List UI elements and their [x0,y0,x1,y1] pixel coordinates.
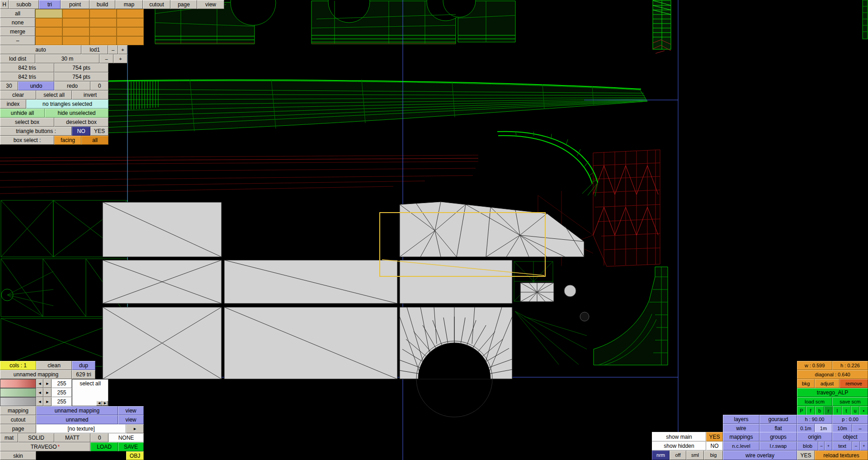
subobj-grid-cell[interactable] [117,36,144,45]
subobj-none-button[interactable]: none [0,18,35,27]
list-left-button[interactable]: ◄ [96,401,102,406]
mat-matt-button[interactable]: MATT [54,433,90,442]
view-top-button[interactable]: t [842,406,851,415]
subobj-grid-cell[interactable] [117,18,144,27]
nrm-big-button[interactable]: big [704,451,723,460]
show-hidden-label[interactable]: show hidden [652,441,706,451]
origin-button[interactable]: origin [797,432,832,441]
subobj-grid-cell[interactable] [62,18,90,27]
lod-dist-minus-button[interactable]: – [99,54,113,63]
subobj-grid-cell[interactable] [117,9,144,18]
view-back-button[interactable]: b [815,406,824,415]
groups-button[interactable]: groups [760,432,797,441]
subobj-grid-cell[interactable] [35,9,62,18]
object-button[interactable]: object [832,432,868,441]
flat-button[interactable]: flat [760,424,797,433]
reload-textures-button[interactable]: reload textures [815,451,868,460]
bkg-remove-button[interactable]: remove [840,379,868,388]
show-hidden-toggle[interactable]: NO [706,441,723,451]
view-dot-button[interactable]: • [859,406,868,415]
menu-point-tab[interactable]: point [61,0,90,9]
page-next-button[interactable]: ► [126,424,144,433]
box-select-facing-button[interactable]: facing [54,136,81,145]
redo-button[interactable]: redo [54,81,90,90]
page-value[interactable]: [no texture] [36,424,126,433]
bkg-texture-name[interactable]: travego_ALP [797,388,868,397]
select-all-list[interactable]: select all ◄ ► [72,379,108,406]
list-right-button[interactable]: ► [102,401,108,406]
green-value[interactable]: 255 [52,388,72,397]
nrm-button[interactable]: nrm [652,451,670,460]
lod-plus-button[interactable]: + [118,45,127,54]
view-p-button[interactable]: P [797,406,806,415]
menu-map-tab[interactable]: map [115,0,143,9]
layers-button[interactable]: layers [723,415,760,424]
subobj-grid-cell[interactable] [35,36,62,45]
subobj-dash-button[interactable]: – [0,36,35,45]
grid-1m-button[interactable]: 1m [815,424,832,433]
cutout-view-button[interactable]: view [118,415,144,424]
lr-swap-button[interactable]: l.r.swap [760,441,797,451]
wire-button[interactable]: wire [723,424,760,433]
subobj-grid-cell[interactable] [90,18,117,27]
mat-none-button[interactable]: NONE [108,433,144,442]
menu-subob-tab[interactable]: subob [9,0,39,9]
green-decrement-button[interactable]: ◄ [36,388,43,397]
lod-level-button[interactable]: lod1 [81,45,108,54]
mat-solid-button[interactable]: SOLID [18,433,54,442]
gray-value[interactable]: 255 [52,397,72,406]
invert-button[interactable]: invert [72,90,108,100]
cutout-value[interactable]: unnamed [36,415,118,424]
subobj-merge-button[interactable]: merge [0,27,35,36]
text-plus-button[interactable]: + [860,441,868,451]
subobj-grid-cell[interactable] [90,9,117,18]
model-name[interactable]: TRAVEGO* [0,442,90,451]
show-main-label[interactable]: show main [652,432,706,441]
view-front-button[interactable]: f [806,406,815,415]
menu-view-tab[interactable]: view [197,0,224,9]
grid-minus-button[interactable]: – [852,424,868,433]
subobj-grid-cell[interactable] [90,36,117,45]
gouraud-button[interactable]: gouraud [760,415,797,424]
red-increment-button[interactable]: ► [43,379,52,388]
blob-minus-button[interactable]: – [818,441,825,451]
save-scm-button[interactable]: save scm [832,397,868,406]
obj-button[interactable]: OBJ [126,451,144,460]
menu-tri-tab[interactable]: tri [39,0,61,9]
text-minus-button[interactable]: – [852,441,860,451]
lod-dist-plus-button[interactable]: + [113,54,127,63]
text-button[interactable]: text [832,441,852,451]
skin-button[interactable]: skin [0,451,36,460]
lod-auto-button[interactable]: auto [0,45,81,54]
wire-overlay-button[interactable]: wire overlay [723,451,797,460]
deselect-box-button[interactable]: deselect box [54,118,108,127]
clean-button[interactable]: clean [36,361,72,370]
subobj-grid-cell[interactable] [35,27,62,36]
show-main-toggle[interactable]: YES [706,432,723,441]
triangle-buttons-yes[interactable]: YES [90,127,108,136]
clear-button[interactable]: clear [0,90,36,100]
view-under-button[interactable]: u [851,406,859,415]
wire-overlay-toggle[interactable]: YES [797,451,815,460]
nrm-off-button[interactable]: off [670,451,686,460]
mapping-value[interactable]: unnamed mapping [36,406,118,415]
unhide-all-button[interactable]: unhide all [0,109,45,118]
triangle-buttons-no[interactable]: NO [72,127,90,136]
lod-dist-value[interactable]: 30 m [35,54,99,63]
heading-value[interactable]: h : 90.00 [797,415,832,424]
blob-button[interactable]: blob [797,441,818,451]
menu-h-button[interactable]: H [0,0,9,9]
subobj-grid-cell[interactable] [35,18,62,27]
select-all-option[interactable]: select all [72,379,108,387]
dup-button[interactable]: dup [72,361,95,370]
mappings-button[interactable]: mappings [723,432,760,441]
subobj-grid-cell[interactable] [90,27,117,36]
subobj-grid-cell[interactable] [62,36,90,45]
menu-page-tab[interactable]: page [170,0,197,9]
cols-button[interactable]: cols : 1 [0,361,36,370]
bkg-button[interactable]: bkg [797,379,815,388]
subobj-grid-cell[interactable] [62,9,90,18]
load-scm-button[interactable]: load scm [797,397,832,406]
select-box-button[interactable]: select box [0,118,54,127]
lod-minus-button[interactable]: – [108,45,118,54]
